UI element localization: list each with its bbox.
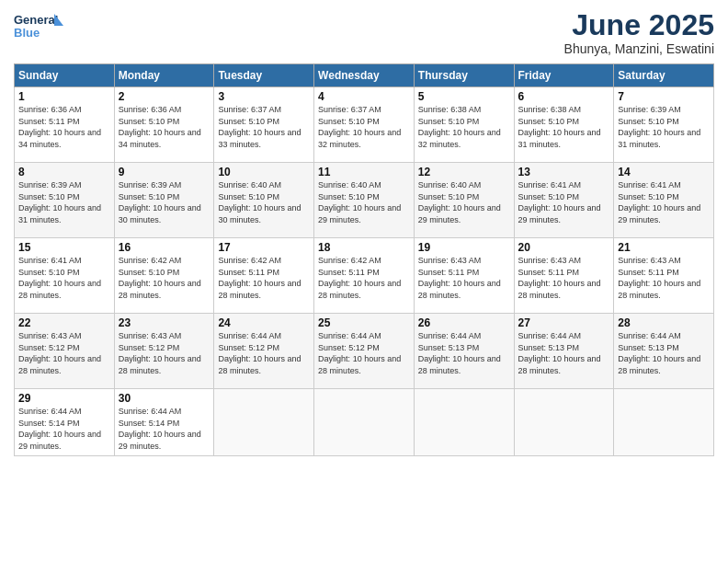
- table-row: 4Sunrise: 6:37 AMSunset: 5:10 PMDaylight…: [314, 87, 415, 163]
- col-thursday: Thursday: [414, 64, 514, 87]
- table-row: 26Sunrise: 6:44 AMSunset: 5:13 PMDayligh…: [414, 314, 514, 389]
- col-saturday: Saturday: [614, 64, 714, 87]
- day-info: Sunrise: 6:37 AMSunset: 5:10 PMDaylight:…: [218, 104, 310, 150]
- day-info: Sunrise: 6:43 AMSunset: 5:11 PMDaylight:…: [418, 255, 510, 301]
- table-row: 14Sunrise: 6:41 AMSunset: 5:10 PMDayligh…: [614, 163, 714, 238]
- day-info: Sunrise: 6:41 AMSunset: 5:10 PMDaylight:…: [618, 179, 710, 225]
- day-info: Sunrise: 6:43 AMSunset: 5:11 PMDaylight:…: [518, 255, 610, 301]
- day-number: 22: [18, 316, 110, 329]
- table-row: 22Sunrise: 6:43 AMSunset: 5:12 PMDayligh…: [15, 314, 115, 389]
- table-row: 29Sunrise: 6:44 AMSunset: 5:14 PMDayligh…: [15, 389, 115, 455]
- table-row: 20Sunrise: 6:43 AMSunset: 5:11 PMDayligh…: [514, 238, 614, 314]
- table-row: 5Sunrise: 6:38 AMSunset: 5:10 PMDaylight…: [414, 87, 514, 163]
- day-number: 5: [418, 90, 510, 103]
- day-number: 9: [119, 166, 210, 178]
- day-number: 20: [518, 241, 610, 254]
- day-info: Sunrise: 6:38 AMSunset: 5:10 PMDaylight:…: [418, 104, 510, 150]
- day-number: 23: [119, 316, 210, 329]
- table-row: 30Sunrise: 6:44 AMSunset: 5:14 PMDayligh…: [114, 389, 214, 455]
- day-number: 29: [18, 392, 110, 405]
- table-row: 13Sunrise: 6:41 AMSunset: 5:10 PMDayligh…: [514, 163, 614, 238]
- logo-svg: General Blue: [14, 9, 64, 48]
- day-number: 14: [618, 166, 710, 178]
- day-info: Sunrise: 6:36 AMSunset: 5:11 PMDaylight:…: [18, 104, 110, 150]
- day-number: 28: [618, 316, 710, 329]
- location: Bhunya, Manzini, Eswatini: [564, 41, 714, 56]
- col-tuesday: Tuesday: [214, 64, 314, 87]
- table-row: 8Sunrise: 6:39 AMSunset: 5:10 PMDaylight…: [15, 163, 115, 238]
- day-number: 10: [218, 166, 310, 178]
- page: General Blue June 2025 Bhunya, Manzini, …: [0, 0, 728, 563]
- day-number: 15: [18, 241, 110, 254]
- table-row: [314, 389, 415, 455]
- day-info: Sunrise: 6:38 AMSunset: 5:10 PMDaylight:…: [518, 104, 610, 150]
- day-number: 7: [618, 90, 710, 103]
- day-number: 18: [318, 241, 410, 254]
- table-row: 3Sunrise: 6:37 AMSunset: 5:10 PMDaylight…: [214, 87, 314, 163]
- table-row: [614, 389, 714, 455]
- table-row: 9Sunrise: 6:39 AMSunset: 5:10 PMDaylight…: [114, 163, 214, 238]
- table-row: 25Sunrise: 6:44 AMSunset: 5:12 PMDayligh…: [314, 314, 415, 389]
- title-block: June 2025 Bhunya, Manzini, Eswatini: [564, 9, 714, 56]
- calendar-table: Sunday Monday Tuesday Wednesday Thursday…: [14, 63, 714, 455]
- table-row: 16Sunrise: 6:42 AMSunset: 5:10 PMDayligh…: [114, 238, 214, 314]
- day-info: Sunrise: 6:36 AMSunset: 5:10 PMDaylight:…: [119, 104, 210, 150]
- day-info: Sunrise: 6:44 AMSunset: 5:13 PMDaylight:…: [418, 330, 510, 376]
- day-info: Sunrise: 6:43 AMSunset: 5:11 PMDaylight:…: [618, 255, 710, 301]
- day-info: Sunrise: 6:44 AMSunset: 5:13 PMDaylight:…: [618, 330, 710, 376]
- table-row: 10Sunrise: 6:40 AMSunset: 5:10 PMDayligh…: [214, 163, 314, 238]
- day-info: Sunrise: 6:44 AMSunset: 5:13 PMDaylight:…: [518, 330, 610, 376]
- day-info: Sunrise: 6:39 AMSunset: 5:10 PMDaylight:…: [618, 104, 710, 150]
- day-number: 25: [318, 316, 410, 329]
- day-info: Sunrise: 6:44 AMSunset: 5:12 PMDaylight:…: [318, 330, 410, 376]
- table-row: 24Sunrise: 6:44 AMSunset: 5:12 PMDayligh…: [214, 314, 314, 389]
- table-row: [414, 389, 514, 455]
- day-number: 30: [119, 392, 210, 405]
- day-number: 12: [418, 166, 510, 178]
- svg-marker-2: [54, 14, 63, 26]
- table-row: 11Sunrise: 6:40 AMSunset: 5:10 PMDayligh…: [314, 163, 415, 238]
- col-wednesday: Wednesday: [314, 64, 415, 87]
- day-info: Sunrise: 6:40 AMSunset: 5:10 PMDaylight:…: [218, 179, 310, 225]
- day-info: Sunrise: 6:37 AMSunset: 5:10 PMDaylight:…: [318, 104, 410, 150]
- day-info: Sunrise: 6:39 AMSunset: 5:10 PMDaylight:…: [18, 179, 110, 225]
- day-number: 1: [18, 90, 110, 103]
- col-sunday: Sunday: [15, 64, 115, 87]
- svg-text:General: General: [14, 13, 58, 27]
- day-number: 24: [218, 316, 310, 329]
- day-info: Sunrise: 6:42 AMSunset: 5:11 PMDaylight:…: [218, 255, 310, 301]
- table-row: 6Sunrise: 6:38 AMSunset: 5:10 PMDaylight…: [514, 87, 614, 163]
- day-info: Sunrise: 6:44 AMSunset: 5:14 PMDaylight:…: [18, 406, 110, 452]
- day-info: Sunrise: 6:40 AMSunset: 5:10 PMDaylight:…: [418, 179, 510, 225]
- day-info: Sunrise: 6:43 AMSunset: 5:12 PMDaylight:…: [18, 330, 110, 376]
- day-number: 13: [518, 166, 610, 178]
- day-info: Sunrise: 6:39 AMSunset: 5:10 PMDaylight:…: [119, 179, 210, 225]
- day-number: 17: [218, 241, 310, 254]
- table-row: 18Sunrise: 6:42 AMSunset: 5:11 PMDayligh…: [314, 238, 415, 314]
- calendar-header-row: Sunday Monday Tuesday Wednesday Thursday…: [15, 64, 714, 87]
- table-row: 28Sunrise: 6:44 AMSunset: 5:13 PMDayligh…: [614, 314, 714, 389]
- day-number: 19: [418, 241, 510, 254]
- day-number: 2: [119, 90, 210, 103]
- day-info: Sunrise: 6:42 AMSunset: 5:11 PMDaylight:…: [318, 255, 410, 301]
- day-number: 11: [318, 166, 410, 178]
- table-row: 12Sunrise: 6:40 AMSunset: 5:10 PMDayligh…: [414, 163, 514, 238]
- day-info: Sunrise: 6:43 AMSunset: 5:12 PMDaylight:…: [119, 330, 210, 376]
- day-number: 6: [518, 90, 610, 103]
- col-friday: Friday: [514, 64, 614, 87]
- table-row: [514, 389, 614, 455]
- table-row: 7Sunrise: 6:39 AMSunset: 5:10 PMDaylight…: [614, 87, 714, 163]
- table-row: 1Sunrise: 6:36 AMSunset: 5:11 PMDaylight…: [15, 87, 115, 163]
- header: General Blue June 2025 Bhunya, Manzini, …: [14, 9, 714, 56]
- table-row: 2Sunrise: 6:36 AMSunset: 5:10 PMDaylight…: [114, 87, 214, 163]
- day-number: 26: [418, 316, 510, 329]
- day-info: Sunrise: 6:41 AMSunset: 5:10 PMDaylight:…: [518, 179, 610, 225]
- day-info: Sunrise: 6:44 AMSunset: 5:14 PMDaylight:…: [119, 406, 210, 452]
- day-number: 3: [218, 90, 310, 103]
- day-info: Sunrise: 6:42 AMSunset: 5:10 PMDaylight:…: [119, 255, 210, 301]
- day-info: Sunrise: 6:44 AMSunset: 5:12 PMDaylight:…: [218, 330, 310, 376]
- day-number: 27: [518, 316, 610, 329]
- table-row: 23Sunrise: 6:43 AMSunset: 5:12 PMDayligh…: [114, 314, 214, 389]
- table-row: 27Sunrise: 6:44 AMSunset: 5:13 PMDayligh…: [514, 314, 614, 389]
- table-row: 19Sunrise: 6:43 AMSunset: 5:11 PMDayligh…: [414, 238, 514, 314]
